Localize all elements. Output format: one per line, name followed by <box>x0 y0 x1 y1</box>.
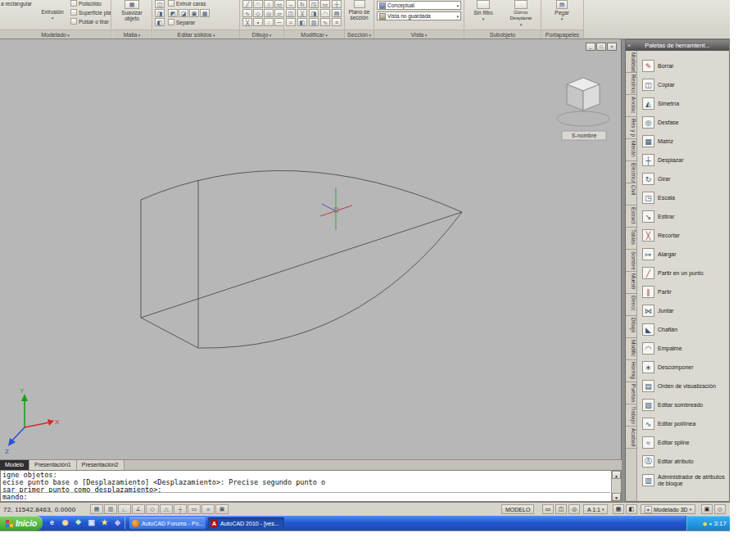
polisolido-button[interactable]: Polisólido <box>70 0 102 7</box>
extruir-caras-button[interactable]: Extruir caras <box>168 0 206 7</box>
palette-tool[interactable]: ✎Borrar <box>637 56 729 75</box>
palette-tool[interactable]: ╱Partir en un punto <box>637 264 729 282</box>
palette-tab[interactable]: Sombre <box>626 250 636 272</box>
panel-label-malla[interactable]: Malla <box>112 29 152 38</box>
status-toggle-button[interactable]: ┼ <box>174 504 187 514</box>
close-icon[interactable]: × <box>607 43 617 51</box>
status-toggle-button[interactable]: ∠ <box>132 504 145 514</box>
panel-label-vista[interactable]: Vista <box>374 29 464 38</box>
pegar-button[interactable]: ▤ Pegar <box>544 0 580 21</box>
ribbon-tool-icon[interactable]: ↻ <box>297 0 307 8</box>
palette-tab[interactable]: Trabajo <box>626 404 636 427</box>
ribbon-tool-icon[interactable]: ▥ <box>309 18 319 26</box>
quick-launch-icon[interactable]: e <box>47 517 57 528</box>
palette-tab[interactable]: Civil <box>626 183 636 205</box>
box-button[interactable]: a rectangular <box>1 1 32 7</box>
palette-tool[interactable]: ◫Copiar <box>637 75 729 94</box>
palette-tab[interactable]: Restricc <box>626 73 636 95</box>
lock-icon[interactable]: ▣ <box>701 504 713 514</box>
ribbon-tool-icon[interactable]: ◎ <box>264 9 274 17</box>
palette-tab[interactable]: Direcc <box>626 294 636 316</box>
palette-tab[interactable]: Muestr <box>626 272 636 294</box>
annotation-visibility-icon[interactable]: ▦ <box>613 504 624 514</box>
ribbon-tool-icon[interactable]: ◧ <box>297 18 307 26</box>
palette-title[interactable]: Paletas de herramient... <box>626 40 729 51</box>
status-toggle-button[interactable]: ∟ <box>118 504 131 514</box>
tab-presentacion1[interactable]: Presentación1 <box>29 460 77 470</box>
superficie-plana-button[interactable]: Superficie plana <box>70 9 111 16</box>
tray-icon[interactable]: ● <box>709 521 712 526</box>
tray-icon[interactable]: ◆ <box>703 521 707 526</box>
palette-tab[interactable]: Acabad <box>626 427 636 449</box>
panel-label-modificar[interactable]: Modificar <box>284 29 344 38</box>
command-prompt[interactable]: mando: <box>1 492 610 501</box>
palette-tab[interactable]: Estruct <box>626 205 636 228</box>
scroll-up-icon[interactable]: ▲ <box>612 471 621 479</box>
scroll-down-icon[interactable]: ▼ <box>612 493 621 501</box>
viewcube-ring[interactable] <box>557 111 609 126</box>
ribbon-tool-icon[interactable]: ▭ <box>274 0 283 8</box>
ribbon-tool-icon[interactable]: ◫ <box>155 0 165 8</box>
palette-tool[interactable]: ◠Empalme <box>637 339 729 358</box>
palette-tool[interactable]: ↘Estirar <box>637 207 729 226</box>
ribbon-tool-icon[interactable]: ◳ <box>309 0 319 8</box>
pan-icon[interactable]: ◎ <box>568 504 580 514</box>
annotation-scale-button[interactable]: A 1:1 ▾ <box>583 504 608 514</box>
ribbon-tool-icon[interactable]: ∿ <box>242 9 252 17</box>
panel-label-dibujo[interactable]: Dibujo <box>240 29 283 38</box>
separar-button[interactable]: Separar <box>168 19 195 25</box>
panel-label-seccion[interactable]: Sección <box>345 29 374 38</box>
palette-tool[interactable]: ⒶEditar atributo <box>637 452 729 471</box>
palette-tab[interactable]: Anotac <box>626 95 636 117</box>
extrusion-button[interactable]: Extrusión <box>36 8 69 20</box>
ribbon-tool-icon[interactable]: ▩ <box>200 9 210 17</box>
quick-launch-icon[interactable]: ▣ <box>86 517 97 528</box>
ribbon-tool-icon[interactable]: ╳ <box>297 9 307 17</box>
status-toggle-button[interactable]: ◇ <box>146 504 159 514</box>
palette-tool[interactable]: ╳Recortar <box>637 226 729 245</box>
ribbon-tool-icon[interactable]: ◠ <box>253 0 263 8</box>
ribbon-tool-icon[interactable]: • <box>253 18 263 26</box>
ribbon-tool-icon[interactable]: ≡ <box>332 18 342 26</box>
status-toggle-button[interactable]: ▥ <box>104 504 117 514</box>
tab-presentacion2[interactable]: Presentación2 <box>77 460 124 470</box>
close-icon[interactable]: × <box>627 40 631 51</box>
quick-launch-icon[interactable]: ◉ <box>60 517 70 528</box>
drawing-area[interactable]: _ □ × <box>0 39 622 459</box>
command-scrollbar[interactable]: ▲ ▼ <box>611 471 621 501</box>
plano-seccion-button[interactable]: Plano de sección <box>346 0 373 20</box>
palette-tool[interactable]: ┼Desplazar <box>637 151 729 169</box>
workspace-switcher[interactable]: ∗ Modelado 3D ▾ <box>641 504 695 514</box>
task-button-autocad[interactable]: AutoCAD 2010 - [ves... <box>208 517 284 529</box>
ribbon-tool-icon[interactable]: ▣ <box>189 9 199 17</box>
ribbon-tool-icon[interactable]: ◨ <box>155 9 165 17</box>
move-gizmo[interactable] <box>320 187 352 230</box>
quick-launch-icon[interactable]: ❖ <box>73 517 84 528</box>
ribbon-tool-icon[interactable]: ▱ <box>274 9 283 17</box>
palette-tab[interactable]: Eléctrica <box>626 161 636 183</box>
palette-tool[interactable]: ≈Editar spline <box>637 433 729 452</box>
ribbon-tool-icon[interactable]: ∿ <box>320 18 330 26</box>
palette-tab[interactable]: Modelad <box>626 51 636 73</box>
status-toggle-button[interactable]: ≡ <box>201 504 215 514</box>
pulsar-tirar-button[interactable]: Pulsar o tirar <box>70 18 109 25</box>
status-toggle-button[interactable]: △ <box>160 504 173 514</box>
ribbon-tool-icon[interactable]: ◌ <box>264 18 274 26</box>
palette-tool[interactable]: ⋈Juntar <box>637 301 729 320</box>
ribbon-tool-icon[interactable]: ◇ <box>253 9 263 17</box>
suavizar-objeto-button[interactable]: ▦ Suavizar objeto <box>114 0 150 21</box>
named-view-combo[interactable]: Vista no guardada ▾ <box>377 11 461 20</box>
ribbon-tool-icon[interactable]: ▭ <box>320 0 330 8</box>
palette-tab[interactable]: Mecán <box>626 139 636 161</box>
status-toggle-button[interactable]: ▦ <box>90 504 103 514</box>
palette-tool[interactable]: ↦Alargar <box>637 245 729 264</box>
panel-label-modelado[interactable]: Modelado <box>0 29 111 38</box>
restore-icon[interactable]: □ <box>596 43 606 51</box>
palette-tool[interactable]: ↻Girar <box>637 169 729 188</box>
visual-style-combo[interactable]: Conceptual ▾ <box>377 1 461 10</box>
ribbon-tool-icon[interactable]: ○ <box>264 0 274 8</box>
ribbon-tool-icon[interactable]: ╱ <box>242 0 252 8</box>
autoscale-icon[interactable]: ◧ <box>626 504 637 514</box>
task-button-browser[interactable]: AutoCAD Forums - Po... <box>129 517 206 529</box>
panel-label-editar-solidos[interactable]: Editar sólidos <box>153 29 239 38</box>
